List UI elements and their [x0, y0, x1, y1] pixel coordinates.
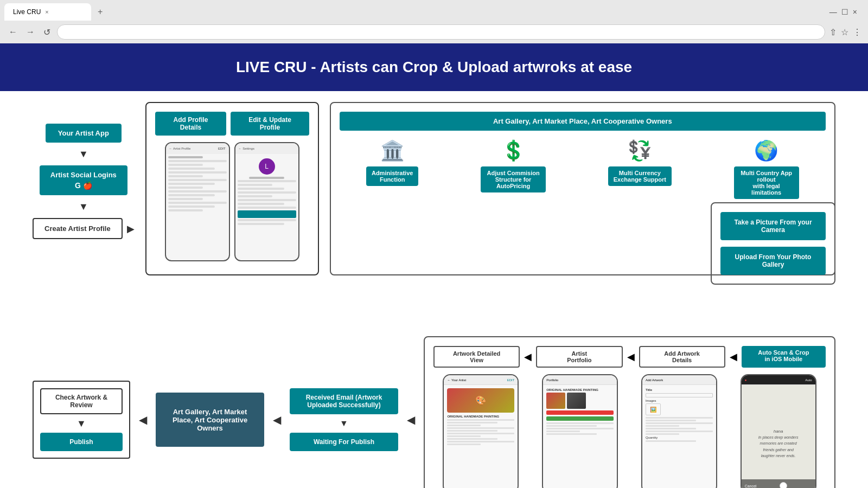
- phones-bottom-header: Artwork DetailedView ◀ ArtistPortfolio ◀…: [433, 346, 826, 368]
- arrow-left-gallery: ◀: [139, 414, 147, 425]
- header-banner: LIVE CRU - Artists can Crop & Upload art…: [0, 43, 868, 91]
- add-artwork-title: Title: [646, 388, 713, 391]
- check-artwork-item: Check Artwork & Review: [40, 388, 123, 414]
- minimize-btn[interactable]: —: [829, 8, 837, 16]
- create-profile-label: Create Artist Profile: [44, 224, 111, 233]
- maximize-btn[interactable]: ☐: [841, 8, 848, 16]
- tab-close-btn[interactable]: ×: [45, 9, 48, 15]
- phone-tabs: Add Profile Details Edit & Update Profil…: [155, 112, 309, 136]
- forward-button[interactable]: →: [24, 25, 37, 39]
- pline: [168, 168, 215, 170]
- sp-line: [447, 441, 514, 442]
- img-placeholder: 🖼️: [646, 403, 661, 415]
- sp-line: [447, 438, 497, 440]
- sp-line: [447, 425, 481, 426]
- sp-line: [447, 435, 481, 437]
- pline: [168, 194, 215, 196]
- phone-screen-2-body: L: [235, 154, 298, 229]
- toolbar-icons: ⇧ ☆ ⋮: [829, 27, 861, 37]
- artist-portfolio-label: ArtistPortfolio: [536, 346, 622, 368]
- publish-label: Publish: [69, 438, 93, 446]
- currency-label: Multi CurrencyExchange Support: [608, 166, 672, 186]
- port-img-1: [546, 393, 565, 409]
- menu-icon[interactable]: ⋮: [853, 27, 861, 37]
- tab-bar: Live CRU × + — ☐ ×: [0, 0, 868, 21]
- pline2: [238, 195, 273, 197]
- active-tab[interactable]: Live CRU ×: [4, 3, 91, 21]
- artwork-title: ORIGINAL HANDMADE PAINTING: [447, 415, 514, 418]
- pline2: [249, 177, 284, 179]
- pline: [168, 179, 227, 181]
- pline: [168, 156, 203, 158]
- create-profile-flow: Create Artist Profile ▶: [33, 218, 135, 239]
- email-section: Received Email (Artwork Uploaded Success…: [290, 388, 398, 451]
- bottom-section: Check Artwork & Review ▼ Publish ◀ Art G…: [33, 336, 835, 488]
- sp4-header: ● Auto: [742, 375, 815, 385]
- arrow-down-publish: ▼: [76, 419, 86, 428]
- add-profile-tab: Add Profile Details: [155, 112, 227, 136]
- bookmark-icon[interactable]: ☆: [841, 27, 848, 37]
- new-tab-button[interactable]: +: [93, 5, 107, 19]
- sp-line: [646, 433, 679, 435]
- check-artwork-label: Check Artwork & Review: [55, 394, 107, 409]
- phones-bottom: Artwork DetailedView ◀ ArtistPortfolio ◀…: [424, 336, 835, 488]
- phone-screen-1: ← Artist Profile EDIT: [165, 142, 230, 261]
- artwork-detail-label: Artwork DetailedView: [433, 346, 520, 368]
- browser-chrome: Live CRU × + — ☐ × ← → ↺ ⇧ ☆ ⋮: [0, 0, 868, 43]
- page-content: LIVE CRU - Artists can Crop & Upload art…: [0, 43, 868, 488]
- down-arrow-email: ▼: [290, 419, 398, 428]
- sp-line: [546, 431, 580, 432]
- sp2-content: ORIGINAL HANDMADE PAINTING: [543, 385, 617, 439]
- pline: [168, 175, 203, 177]
- portfolio-title: ORIGINAL HANDMADE PAINTING: [546, 388, 614, 391]
- social-logins-box: Artist Social Logins G 🍎: [40, 165, 127, 195]
- country-icon: 🌍: [754, 139, 778, 162]
- close-btn[interactable]: ×: [853, 8, 857, 16]
- sp-line: [646, 417, 713, 419]
- gallery-box: Upload From Your Photo Gallery: [720, 247, 826, 275]
- commision-icon: 💲: [501, 139, 526, 162]
- pline2: [238, 203, 284, 205]
- address-bar[interactable]: [57, 24, 825, 40]
- gallery-label: Upload From Your Photo Gallery: [735, 253, 812, 268]
- pline2: [238, 223, 284, 225]
- phone-screens: ← Artist Profile EDIT: [165, 142, 299, 261]
- pline2: [238, 207, 296, 209]
- sp-red: [546, 410, 614, 415]
- refresh-button[interactable]: ↺: [41, 25, 53, 40]
- pline2: [238, 219, 296, 221]
- sp-line: [646, 422, 713, 424]
- sp-line: [546, 422, 614, 424]
- arrow-between-1: ◀: [524, 346, 532, 368]
- sp3-header: Add Artwork: [642, 375, 716, 385]
- feature-administrative: 🏛️ AdministrativeFunction: [366, 139, 418, 199]
- pline: [168, 160, 227, 162]
- back-button[interactable]: ←: [7, 25, 20, 39]
- sp1-header: ← Your Artist EDIT: [444, 375, 518, 385]
- social-logins-label: Artist Social Logins: [50, 171, 117, 179]
- pline2: [238, 199, 296, 201]
- feature-commision: 💲 Adjust CommisionStructure for AutoPric…: [481, 139, 546, 199]
- pline2: [238, 184, 273, 186]
- pline: [168, 202, 227, 204]
- gallery-features: 🏛️ AdministrativeFunction 💲 Adjust Commi…: [340, 139, 826, 199]
- phone-screen-2: ← Settings L: [234, 142, 299, 261]
- feature-country: 🌍 Multi Country App rolloutwith legal li…: [734, 139, 799, 199]
- gallery-header-label: Art Gallery, Art Market Place, Art Coope…: [493, 117, 672, 125]
- sp1-content: 🎨 ORIGINAL HANDMADE PAINTING: [444, 385, 518, 450]
- share-icon[interactable]: ⇧: [829, 27, 837, 37]
- camera-box: Take a Picture From your Camera: [720, 212, 826, 240]
- received-email-label: Received Email (Artwork Uploaded Success…: [306, 394, 382, 409]
- waiting-publish-box: Waiting For Publish: [290, 433, 398, 451]
- arrow-between-3: ◀: [730, 346, 737, 368]
- sp-line: [447, 422, 497, 423]
- teal-bar: [238, 210, 296, 218]
- pline: [168, 187, 203, 189]
- country-label: Multi Country App rolloutwith legal limi…: [734, 166, 799, 199]
- camera-label: Take a Picture From your Camera: [734, 219, 812, 234]
- sp-line: [646, 428, 696, 429]
- left-flow: Your Artist App ▼ Artist Social Logins G…: [33, 102, 135, 275]
- currency-icon: 💱: [628, 139, 652, 162]
- sp-line: [447, 419, 514, 421]
- feature-currency: 💱 Multi CurrencyExchange Support: [608, 139, 672, 199]
